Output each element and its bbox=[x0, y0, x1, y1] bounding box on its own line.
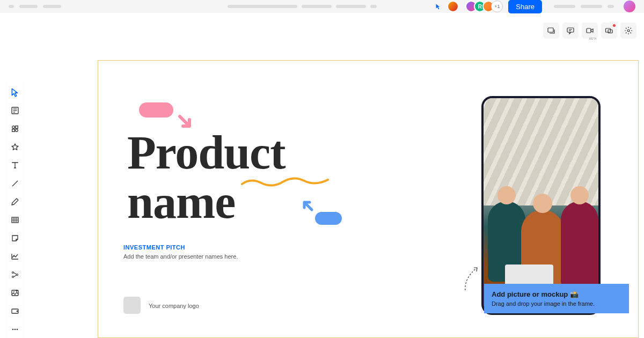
toolbar-placeholder bbox=[370, 5, 377, 8]
toolbar-placeholder bbox=[19, 5, 38, 8]
decorative-blue-pill bbox=[315, 212, 342, 225]
svg-point-12 bbox=[12, 126, 15, 129]
svg-point-28 bbox=[12, 329, 14, 330]
avatar-overflow-count[interactable]: +1 bbox=[491, 1, 503, 12]
more-tool-icon[interactable] bbox=[9, 323, 21, 336]
topbar-left bbox=[9, 5, 61, 8]
frame-tool-icon[interactable] bbox=[9, 305, 21, 318]
callout-title-text: Add picture or mockup bbox=[492, 290, 568, 298]
cursor-icon bbox=[435, 3, 442, 10]
svg-rect-1 bbox=[567, 28, 574, 32]
svg-point-29 bbox=[14, 329, 16, 330]
svg-rect-14 bbox=[12, 129, 15, 132]
star-tool-icon[interactable] bbox=[9, 141, 21, 153]
top-toolbar: R +1 Share bbox=[0, 0, 644, 13]
title-line-2: name bbox=[127, 176, 235, 228]
chart-tool-icon[interactable] bbox=[9, 250, 21, 263]
notification-dot bbox=[613, 24, 616, 27]
canvas-frame[interactable]: Product name INVESTMENT PITCH Add the te… bbox=[98, 60, 639, 338]
template-tool-icon[interactable] bbox=[9, 104, 21, 117]
svg-point-7 bbox=[627, 30, 630, 32]
toolbar-placeholder bbox=[228, 5, 297, 8]
select-tool-icon[interactable] bbox=[9, 86, 21, 99]
logo-placeholder[interactable] bbox=[123, 297, 141, 314]
toolbar-placeholder bbox=[608, 5, 614, 8]
user-avatar[interactable] bbox=[624, 1, 635, 12]
svg-point-24 bbox=[17, 274, 18, 276]
toolbar-placeholder bbox=[554, 5, 575, 8]
svg-point-30 bbox=[17, 329, 18, 330]
avatar[interactable] bbox=[447, 1, 459, 12]
toolbar-placeholder bbox=[581, 5, 602, 8]
collaborator-avatars[interactable] bbox=[447, 1, 459, 12]
toolbar-placeholder bbox=[43, 5, 61, 8]
connector-tool-icon[interactable] bbox=[9, 268, 21, 281]
svg-rect-0 bbox=[548, 28, 553, 32]
line-tool-icon[interactable] bbox=[9, 177, 21, 190]
toolbar-placeholder bbox=[336, 5, 366, 8]
callout-subtitle: Drag and drop your image in the frame. bbox=[492, 300, 621, 307]
share-button[interactable]: Share bbox=[508, 0, 542, 13]
topbar-right: R +1 Share bbox=[435, 0, 635, 13]
image-tool-icon[interactable] bbox=[9, 286, 21, 299]
svg-line-16 bbox=[12, 181, 18, 186]
pen-tool-icon[interactable] bbox=[9, 195, 21, 208]
image-placeholder-scene bbox=[484, 98, 598, 313]
image-frame[interactable] bbox=[481, 96, 601, 315]
svg-point-22 bbox=[12, 272, 14, 274]
callout-title: Add picture or mockup 📸 bbox=[492, 290, 621, 298]
slide-subtitle[interactable]: INVESTMENT PITCH bbox=[123, 244, 185, 251]
sticky-note-tool-icon[interactable] bbox=[9, 232, 21, 245]
title-line-1: Product bbox=[127, 127, 285, 179]
present-icon[interactable] bbox=[601, 23, 617, 39]
slide-presenter-line[interactable]: Add the team and/or presenter names here… bbox=[123, 253, 238, 260]
collaborator-avatars[interactable]: R +1 bbox=[469, 1, 503, 12]
text-tool-icon[interactable] bbox=[9, 159, 21, 172]
svg-point-23 bbox=[12, 276, 14, 278]
image-callout: Add picture or mockup 📸 Drag and drop yo… bbox=[484, 284, 629, 313]
logo-label: Your company logo bbox=[149, 303, 199, 309]
topbar-far-right bbox=[554, 1, 635, 12]
table-tool-icon[interactable] bbox=[9, 214, 21, 226]
toolbar-placeholder bbox=[9, 5, 14, 8]
action-bar: BETA bbox=[543, 23, 636, 39]
svg-point-15 bbox=[16, 129, 18, 132]
shapes-tool-icon[interactable] bbox=[9, 122, 21, 135]
decorative-pink-pill bbox=[139, 102, 173, 117]
callout-arrow-icon bbox=[461, 264, 482, 291]
toolbar-placeholder bbox=[302, 5, 332, 8]
svg-rect-17 bbox=[12, 217, 18, 223]
camera-emoji-icon: 📸 bbox=[570, 290, 579, 298]
toolbar-sidebar bbox=[6, 82, 24, 338]
svg-point-26 bbox=[13, 291, 14, 292]
svg-rect-4 bbox=[587, 28, 591, 33]
video-icon[interactable]: BETA bbox=[582, 23, 598, 39]
decorative-blue-arrow-icon bbox=[301, 199, 314, 212]
decorative-squiggle-icon bbox=[240, 175, 331, 188]
svg-rect-13 bbox=[16, 126, 18, 129]
beta-badge: BETA bbox=[589, 37, 597, 40]
slides-icon[interactable] bbox=[543, 23, 559, 39]
settings-icon[interactable] bbox=[620, 23, 636, 39]
comment-icon[interactable] bbox=[562, 23, 579, 39]
